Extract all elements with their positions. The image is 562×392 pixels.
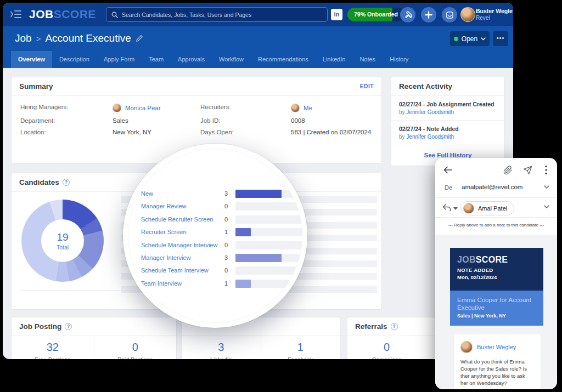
- reply-hint-text: --- Reply above to add a note to this ca…: [435, 223, 557, 228]
- recent-activity-panel: Recent Activity 02/27/24 - Job Assignmen…: [391, 77, 505, 166]
- tab-apply-form[interactable]: Apply Form: [97, 51, 142, 68]
- stage-label[interactable]: Manager Review: [141, 203, 187, 209]
- edit-pencil-icon[interactable]: [136, 35, 143, 42]
- recipient-avatar: [463, 203, 474, 214]
- candidate-stage-row[interactable]: Manager Interview3: [128, 253, 302, 262]
- stat-cell[interactable]: 0Campaigns: [347, 336, 426, 359]
- reply-icon[interactable]: [442, 204, 451, 212]
- activity-author-link[interactable]: Jennifer Goodsmith: [406, 109, 454, 115]
- stage-label[interactable]: New: [141, 190, 153, 197]
- stage-label[interactable]: Schedule Manager Interview: [141, 242, 217, 248]
- stat-value: 0: [94, 341, 177, 354]
- candidate-stage-row[interactable]: Team Interview1: [128, 279, 302, 288]
- referrals-title: Referrals: [355, 322, 387, 331]
- reply-type-caret-icon[interactable]: [453, 207, 458, 210]
- onboarding-tools-button[interactable]: [400, 7, 415, 22]
- activity-by-label: by: [399, 109, 406, 115]
- stage-label[interactable]: Schedule Recruiter Screen: [141, 216, 213, 223]
- chevron-down-icon[interactable]: [544, 185, 549, 189]
- stage-label[interactable]: Recruiter Screen: [141, 229, 187, 235]
- breadcrumb-root[interactable]: Job: [15, 32, 32, 44]
- recent-activity-header: Recent Activity: [391, 77, 504, 96]
- summary-field-label: Department:: [20, 117, 113, 124]
- stage-bar: [235, 280, 251, 288]
- avatar: [291, 104, 300, 112]
- messages-button[interactable]: [442, 7, 457, 22]
- stage-count: 0: [213, 216, 228, 223]
- tab-workflow[interactable]: Workflow: [212, 51, 251, 68]
- candidates-donut-chart[interactable]: 19 Total: [21, 200, 104, 282]
- summary-field-label: Job ID:: [200, 117, 291, 124]
- candidates-magnifier-lens: New3Manager Review0Schedule Recruiter Sc…: [123, 144, 307, 328]
- onboarding-progress-badge[interactable]: 79% Onboarded: [347, 8, 404, 21]
- note-type-label: NOTE ADDED: [457, 267, 543, 273]
- chevron-down-icon: [481, 37, 486, 41]
- tab-overview[interactable]: Overview: [11, 51, 52, 68]
- job-posting-help-icon[interactable]: ?: [65, 323, 72, 330]
- see-full-history-link[interactable]: See Full History: [391, 145, 504, 158]
- from-email-value[interactable]: amalpatel@revel.com: [462, 184, 522, 190]
- candidate-stage-row[interactable]: New3: [128, 189, 302, 198]
- tab-notes[interactable]: Notes: [352, 51, 383, 68]
- stage-label[interactable]: Schedule Team Interview: [141, 267, 209, 274]
- attachment-icon[interactable]: [503, 166, 513, 175]
- sidebar-collapse-icon[interactable]: [10, 9, 21, 19]
- page-title: Job > Account Executive: [15, 32, 143, 44]
- stat-cell[interactable]: 0Paid Postings: [94, 336, 177, 359]
- note-email-header: JOBSCORE NOTE ADDED Mon, 02/12/2024: [450, 248, 543, 291]
- job-status-label: Open: [462, 35, 477, 43]
- candidates-help-icon[interactable]: ?: [63, 179, 70, 186]
- activity-author-link[interactable]: Jennifer Goodsmith: [406, 134, 454, 140]
- search-input[interactable]: [122, 12, 322, 18]
- tab-recommendations[interactable]: Recommendations: [251, 51, 316, 68]
- send-icon[interactable]: [523, 166, 532, 175]
- stat-cell[interactable]: 1Facebook: [261, 336, 340, 359]
- summary-field-value: New York, NY: [113, 129, 200, 135]
- jobscore-logo[interactable]: JOBSCORE: [29, 8, 96, 21]
- stage-label[interactable]: Team Interview: [141, 280, 182, 287]
- summary-field-text: New York, NY: [113, 129, 151, 135]
- chevron-down-icon[interactable]: [544, 205, 549, 209]
- global-search[interactable]: [106, 7, 328, 22]
- plus-icon: [425, 11, 432, 19]
- stat-label: LinkedIn: [182, 356, 261, 359]
- stat-cell[interactable]: 32Free Postings: [12, 336, 94, 359]
- recipient-chip[interactable]: Amal Patel: [460, 201, 514, 215]
- paint-roller-icon: [404, 11, 412, 19]
- message-author-link[interactable]: Buster Wegley: [477, 344, 516, 350]
- tab-description[interactable]: Description: [52, 51, 97, 68]
- recent-activity-title: Recent Activity: [399, 82, 452, 90]
- tab-linkedin[interactable]: LinkedIn: [316, 51, 353, 68]
- candidate-stage-row[interactable]: Schedule Manager Interview0: [128, 241, 302, 249]
- referrals-help-icon[interactable]: ?: [391, 323, 398, 330]
- stat-label: Facebook: [261, 356, 340, 359]
- linkedin-icon[interactable]: in: [331, 9, 342, 20]
- stat-cell[interactable]: 3LinkedIn: [182, 336, 261, 359]
- tab-history[interactable]: History: [383, 51, 415, 68]
- candidate-stage-row[interactable]: Schedule Recruiter Screen0: [128, 215, 302, 224]
- summary-edit-button[interactable]: EDIT: [360, 83, 374, 89]
- donut-total-label: Total: [57, 244, 69, 251]
- user-avatar[interactable]: [460, 7, 475, 22]
- tab-team[interactable]: Team: [142, 51, 171, 68]
- divider: [435, 197, 557, 198]
- job-status-dropdown[interactable]: Open: [450, 31, 490, 46]
- job-posting-header: Job Posting ?: [12, 317, 176, 336]
- summary-field-value[interactable]: Me: [291, 104, 373, 112]
- job-more-actions-button[interactable]: •••: [493, 31, 508, 46]
- stage-label[interactable]: Manager Interview: [141, 254, 191, 261]
- activity-title: 02/27/24 - Job Assignment Created: [399, 100, 497, 108]
- summary-field-text: 583 | Created on 02/07/2024: [291, 129, 371, 135]
- candidate-stage-row[interactable]: Recruiter Screen1: [128, 228, 302, 236]
- summary-header: Summary EDIT: [12, 77, 381, 96]
- job-tab-bar: OverviewDescriptionApply FormTeamApprova…: [3, 51, 513, 68]
- back-arrow-icon[interactable]: [443, 165, 453, 175]
- candidate-stage-row[interactable]: Manager Review0: [128, 202, 302, 211]
- add-new-button[interactable]: [421, 7, 436, 22]
- summary-field-value[interactable]: Monica Pear: [113, 104, 200, 112]
- candidate-stage-row[interactable]: Schedule Team Interview0: [128, 266, 302, 275]
- kebab-menu-icon[interactable]: [545, 165, 547, 175]
- tab-approvals[interactable]: Approvals: [171, 51, 212, 68]
- user-name[interactable]: Buster Wegley: [476, 8, 513, 14]
- stage-bar-track: [235, 215, 302, 224]
